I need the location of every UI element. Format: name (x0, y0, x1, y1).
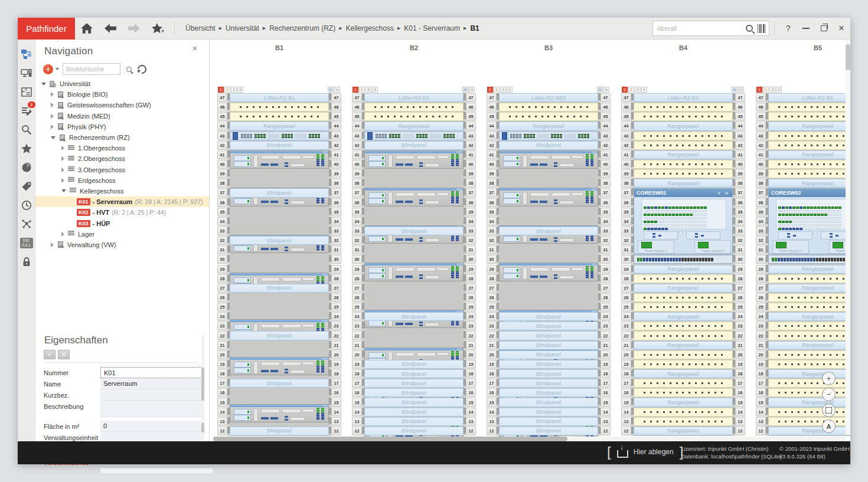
tree-node[interactable]: 2.Obergeschoss (35, 153, 209, 164)
rack-b4-unit-37[interactable]: CORESW01V HPower Supply 2Power Supply 4 (634, 188, 733, 254)
rack-b1-unit-26[interactable]: V H (230, 404, 329, 422)
rack-b3-unit-14[interactable]: Blindpanel (499, 408, 598, 417)
rack-b2-unit-39[interactable]: V H (364, 188, 464, 206)
rack-b5-unit-28[interactable] (768, 274, 850, 283)
rack-b2-unit-17[interactable]: Blindpanel (364, 379, 464, 388)
rack-b5-unit-30[interactable] (768, 255, 850, 264)
expand-icon[interactable] (61, 156, 64, 161)
zoom-out-button[interactable]: − (822, 388, 836, 401)
rack-b3-unit-17[interactable]: Blindpanel (499, 379, 598, 388)
rack-b4-unit-45[interactable] (634, 112, 733, 121)
search-icon[interactable] (18, 121, 35, 139)
rack-b5-unit-18[interactable]: Rangierpanel (768, 369, 850, 378)
breadcrumb-item[interactable]: Rechenzentrum (RZ) (269, 24, 335, 32)
rack-b2-unit-45[interactable] (364, 112, 464, 121)
expand-icon[interactable] (51, 242, 54, 247)
rack-b3-unit-46[interactable] (499, 103, 598, 112)
rack-b4-unit-44[interactable]: Rangierpanel (634, 122, 733, 130)
rack-b3-unit-20[interactable]: Blindpanel (499, 350, 598, 359)
fit-selection-button[interactable] (822, 404, 836, 417)
rack-b5-unit-14[interactable] (768, 408, 850, 417)
rack-view-tab-h[interactable]: H (738, 87, 744, 93)
rack-b2-unit-15[interactable]: Blindpanel (364, 398, 464, 406)
rack-b4-unit-19[interactable] (634, 360, 733, 369)
rack-b4-unit-26[interactable] (634, 293, 733, 302)
rack-b5-unit-15[interactable]: Rangierpanel (768, 398, 850, 406)
breadcrumb-item[interactable]: Universität (226, 24, 259, 32)
rack-page-tab-2[interactable]: 2 (763, 87, 769, 93)
rack-b5-unit-46[interactable] (768, 103, 850, 112)
rack-b4-unit-24[interactable]: Rangierpanel (634, 312, 733, 321)
rack-page-tab-4[interactable]: 4 (507, 87, 513, 93)
rack-b4-unit-46[interactable] (634, 103, 733, 112)
rack-b4-unit-12[interactable]: Rangierpanel (634, 427, 733, 435)
workstation-icon[interactable] (18, 64, 35, 82)
rack-view-tab-v[interactable]: V (597, 87, 603, 93)
rack-b5-unit-24[interactable]: Rangierpanel (768, 312, 850, 321)
rack-page-tab-3[interactable]: 3 (366, 87, 371, 93)
breadcrumb-item[interactable]: Übersicht (185, 24, 216, 32)
rack-b1-unit-46[interactable] (230, 103, 329, 112)
rack-b3-unit-47[interactable]: Lüfter-RZ-BB3 (499, 93, 598, 102)
rack-b5-unit-44[interactable]: Rangierpanel (768, 122, 850, 130)
minimize-button[interactable] (797, 19, 815, 37)
breadcrumb-item[interactable]: K01 - Serverraum (404, 24, 460, 32)
tree-node[interactable]: Lager (35, 229, 209, 240)
expand-icon[interactable] (61, 168, 64, 172)
apply-button[interactable] (44, 350, 56, 359)
rack-b2-unit-41[interactable]: V H (364, 150, 464, 169)
rack-b3-unit-43[interactable] (499, 132, 598, 140)
favorites-icon[interactable] (18, 140, 35, 158)
vertical-scrollbar[interactable] (846, 40, 850, 435)
rack-b4-unit-40[interactable] (634, 160, 733, 169)
rack-page-tab-2[interactable]: 2 (628, 87, 634, 93)
tree-node[interactable]: Medizin (MED) (35, 111, 209, 122)
rack-b5-unit-20[interactable] (768, 350, 850, 359)
rack-b4-unit-25[interactable] (634, 303, 733, 312)
rack-b5-unit-43[interactable] (768, 132, 850, 140)
property-value-beschreibung[interactable] (100, 401, 203, 417)
rack-b5-unit-41[interactable]: Rangierpanel (768, 150, 850, 159)
rack-b5-unit-16[interactable] (768, 388, 850, 397)
rack-page-tab-2[interactable]: 2 (224, 87, 230, 93)
rack-b1-unit-29[interactable]: V H (230, 357, 329, 375)
rack-page-tab-3[interactable]: 3 (635, 87, 641, 93)
tree-room-k02[interactable]: K02- HVT(R: 2 | A: 25 | P: 44) (35, 207, 209, 218)
rack-b3-unit-22[interactable]: Blindpanel (499, 331, 598, 340)
floorplan-icon[interactable] (18, 83, 35, 101)
rack-b3-unit-39[interactable]: V H (499, 188, 598, 206)
rack-b4-unit-42[interactable] (634, 141, 733, 150)
home-button[interactable] (79, 21, 94, 36)
rack-b5-unit-22[interactable] (768, 331, 850, 340)
property-value-nummer[interactable]: K01 (100, 367, 203, 378)
rack-b5-unit-13[interactable] (768, 417, 850, 426)
rack-page-tab-1[interactable]: 1 (622, 87, 628, 93)
rack-b4-unit-30[interactable] (634, 255, 733, 264)
tree-node[interactable]: Universität (35, 78, 209, 89)
tree-room-k01[interactable]: K01- Serverraum(R: 28 | A: 2145 | P: 927… (35, 196, 209, 207)
rack-b2-unit-46[interactable] (364, 103, 464, 112)
expand-icon[interactable] (51, 103, 54, 107)
rack-b2-unit-16[interactable]: Blindpanel (364, 388, 464, 397)
history-icon[interactable] (18, 196, 35, 214)
rack-b1-unit-44[interactable]: Rangierpanel (230, 122, 329, 130)
help-button[interactable]: ? (779, 19, 797, 37)
discard-button[interactable] (58, 350, 70, 359)
rack-b2-unit-18[interactable]: Blindpanel (364, 369, 464, 378)
tree-node[interactable]: Physik (PHY) (35, 122, 209, 132)
search-icon[interactable] (746, 25, 753, 32)
rack-b5-unit-12[interactable]: Rangierpanel (768, 427, 850, 435)
rack-b5-unit-19[interactable] (768, 360, 850, 369)
rack-b2-unit-12[interactable]: Blindpanel (364, 427, 464, 435)
rack-view-tab-h[interactable]: H (469, 87, 475, 93)
rack-b4-unit-18[interactable]: Rangierpanel (634, 369, 733, 378)
rack-page-tab-1[interactable]: 1 (487, 87, 493, 93)
rack-b4-unit-27[interactable]: Rangierpanel (634, 284, 733, 293)
rack-b3-unit-24[interactable]: Blindpanel (499, 312, 598, 321)
expand-icon[interactable] (51, 114, 54, 119)
rack-b3-unit-35[interactable]: V H (499, 263, 598, 281)
breadcrumb-item[interactable]: B1 (470, 24, 479, 32)
rack-b4-unit-22[interactable] (634, 331, 733, 340)
rack-b3-unit-13[interactable]: Blindpanel (499, 417, 598, 426)
view-toggle[interactable]: V H (717, 191, 730, 195)
